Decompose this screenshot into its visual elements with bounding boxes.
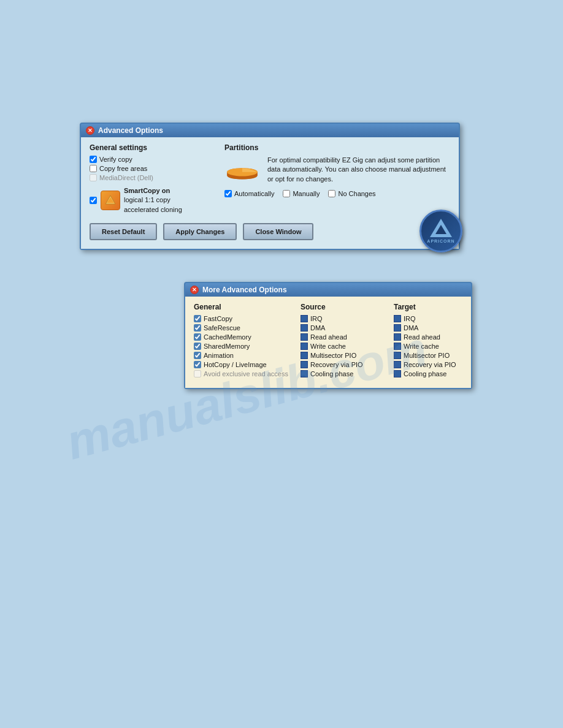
more-general-label-5: HotCopy / LiveImage bbox=[204, 361, 267, 368]
more-target-label-3: Write cache bbox=[404, 343, 439, 350]
apply-changes-button[interactable]: Apply Changes bbox=[163, 223, 237, 240]
target-blue-checkbox-5[interactable] bbox=[394, 361, 401, 368]
more-source-item-3: Write cache bbox=[301, 343, 391, 350]
more-general-checkbox-5[interactable] bbox=[194, 361, 201, 368]
more-target-item-3: Write cache bbox=[394, 343, 462, 350]
source-blue-checkbox-5[interactable] bbox=[301, 361, 308, 368]
auto-checkbox[interactable] bbox=[224, 190, 232, 197]
more-source-item-2: Read ahead bbox=[301, 333, 391, 341]
general-settings-header: General settings bbox=[90, 143, 212, 152]
more-general-item-3: SharedMemory bbox=[194, 343, 298, 350]
auto-label: Automatically bbox=[234, 190, 274, 197]
manually-checkbox-row: Manually bbox=[283, 190, 320, 197]
manually-label: Manually bbox=[293, 190, 320, 197]
apricorn-triangle-icon bbox=[430, 219, 452, 237]
partitions-description: For optimal compatibility EZ Gig can adj… bbox=[267, 156, 450, 184]
target-blue-checkbox-0[interactable] bbox=[394, 315, 401, 322]
pie-chart bbox=[224, 156, 261, 183]
more-advanced-title: More Advanced Options bbox=[202, 286, 287, 294]
more-source-label-4: Multisector PIO bbox=[310, 352, 356, 359]
more-target-header: Target bbox=[394, 303, 462, 311]
source-blue-checkbox-4[interactable] bbox=[301, 352, 308, 359]
more-general-checkbox-4[interactable] bbox=[194, 352, 201, 359]
more-advanced-options-window: ✕ More Advanced Options General FastCopy… bbox=[184, 282, 472, 389]
more-target-item-4: Multisector PIO bbox=[394, 352, 462, 359]
more-general-label-6: Avoid exclusive read access bbox=[204, 370, 288, 377]
more-source-item-6: Cooling phase bbox=[301, 370, 391, 377]
more-general-item-4: Animation bbox=[194, 352, 298, 359]
more-source-label-5: Recovery via PIO bbox=[310, 361, 363, 368]
more-general-checkbox-2[interactable] bbox=[194, 333, 201, 341]
more-source-item-1: DMA bbox=[301, 324, 391, 332]
source-blue-checkbox-2[interactable] bbox=[301, 333, 308, 341]
source-blue-checkbox-1[interactable] bbox=[301, 324, 308, 332]
more-general-item-0: FastCopy bbox=[194, 315, 298, 322]
close-window-button[interactable]: Close Window bbox=[243, 223, 313, 240]
advanced-options-window: ✕ Advanced Options General settings Veri… bbox=[80, 123, 460, 250]
more-target-column: Target IRQDMARead aheadWrite cacheMultis… bbox=[394, 303, 462, 379]
source-blue-checkbox-0[interactable] bbox=[301, 315, 308, 322]
more-general-checkbox-6[interactable] bbox=[194, 370, 201, 377]
more-source-header: Source bbox=[301, 303, 391, 311]
smartcopy-desc2: accelerated cloning bbox=[124, 206, 182, 213]
more-target-label-1: DMA bbox=[404, 324, 418, 332]
more-general-label-2: CachedMemory bbox=[204, 333, 251, 341]
more-target-label-5: Recovery via PIO bbox=[404, 361, 456, 368]
target-blue-checkbox-6[interactable] bbox=[394, 370, 401, 377]
target-blue-checkbox-3[interactable] bbox=[394, 343, 401, 350]
smartcopy-main-label: SmartCopy on bbox=[124, 187, 170, 194]
partitions-header: Partitions bbox=[224, 143, 450, 152]
source-blue-checkbox-3[interactable] bbox=[301, 343, 308, 350]
apricorn-logo: APRICORN bbox=[419, 210, 462, 252]
more-target-label-6: Cooling phase bbox=[404, 370, 446, 377]
general-settings-section: General settings Verify copy Copy free a… bbox=[90, 143, 212, 214]
no-changes-label: No Changes bbox=[338, 190, 375, 197]
more-advanced-titlebar: ✕ More Advanced Options bbox=[185, 283, 471, 297]
advanced-options-close-button[interactable]: ✕ bbox=[86, 126, 94, 135]
target-blue-checkbox-4[interactable] bbox=[394, 352, 401, 359]
reset-default-button[interactable]: Reset Default bbox=[90, 223, 157, 240]
copy-free-areas-row: Copy free areas bbox=[90, 165, 212, 172]
more-source-label-0: IRQ bbox=[310, 315, 323, 322]
smartcopy-desc1: logical 1:1 copy bbox=[124, 196, 170, 203]
more-target-item-5: Recovery via PIO bbox=[394, 361, 462, 368]
more-source-item-5: Recovery via PIO bbox=[301, 361, 391, 368]
more-general-label-0: FastCopy bbox=[204, 315, 232, 322]
more-general-checkbox-0[interactable] bbox=[194, 315, 201, 322]
more-advanced-content: General FastCopySafeRescueCachedMemorySh… bbox=[185, 297, 471, 388]
partitions-section: Partitions Fo bbox=[224, 143, 450, 214]
more-advanced-close-button[interactable]: ✕ bbox=[190, 286, 199, 294]
no-changes-checkbox-row: No Changes bbox=[328, 190, 375, 197]
more-target-item-1: DMA bbox=[394, 324, 462, 332]
more-source-column: Source IRQDMARead aheadWrite cacheMultis… bbox=[301, 303, 391, 379]
media-direct-label: MediaDirect (Dell) bbox=[99, 174, 153, 181]
manually-checkbox[interactable] bbox=[283, 190, 290, 197]
more-general-item-5: HotCopy / LiveImage bbox=[194, 361, 298, 368]
more-target-item-6: Cooling phase bbox=[394, 370, 462, 377]
smartcopy-checkbox[interactable] bbox=[90, 197, 97, 204]
more-general-checkbox-1[interactable] bbox=[194, 324, 201, 332]
source-blue-checkbox-6[interactable] bbox=[301, 370, 308, 377]
smartcopy-row: SmartCopy on logical 1:1 copy accelerate… bbox=[90, 186, 212, 214]
auto-checkbox-row: Automatically bbox=[224, 190, 274, 197]
media-direct-row: MediaDirect (Dell) bbox=[90, 174, 212, 181]
target-blue-checkbox-1[interactable] bbox=[394, 324, 401, 332]
more-source-item-4: Multisector PIO bbox=[301, 352, 391, 359]
more-target-item-2: Read ahead bbox=[394, 333, 462, 341]
more-general-label-1: SafeRescue bbox=[204, 324, 240, 332]
more-general-item-1: SafeRescue bbox=[194, 324, 298, 332]
advanced-options-content: General settings Verify copy Copy free a… bbox=[81, 137, 459, 249]
more-target-label-2: Read ahead bbox=[404, 333, 440, 341]
no-changes-checkbox[interactable] bbox=[328, 190, 335, 197]
buttons-row: Reset Default Apply Changes Close Window… bbox=[90, 223, 450, 240]
media-direct-checkbox[interactable] bbox=[90, 174, 97, 181]
more-general-checkbox-3[interactable] bbox=[194, 343, 201, 350]
smartcopy-text: SmartCopy on logical 1:1 copy accelerate… bbox=[124, 186, 182, 214]
copy-free-areas-label: Copy free areas bbox=[99, 165, 147, 172]
more-target-label-4: Multisector PIO bbox=[404, 352, 450, 359]
copy-free-areas-checkbox[interactable] bbox=[90, 165, 97, 172]
target-blue-checkbox-2[interactable] bbox=[394, 333, 401, 341]
verify-copy-checkbox[interactable] bbox=[90, 156, 97, 163]
advanced-options-titlebar: ✕ Advanced Options bbox=[81, 124, 459, 137]
smartcopy-icon bbox=[101, 191, 120, 210]
